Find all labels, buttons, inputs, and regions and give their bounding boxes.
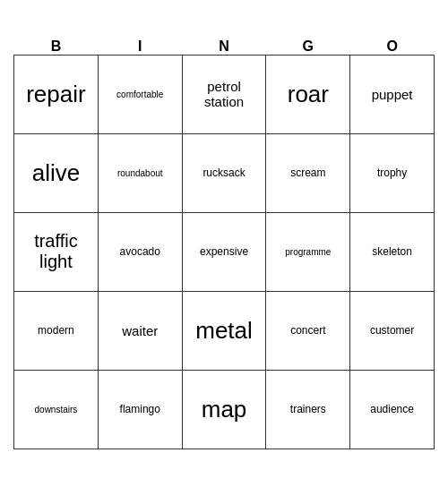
table-row: modernwaitermetalconcertcustomer	[14, 291, 435, 370]
cell-text: concert	[270, 324, 346, 337]
cell-text: map	[186, 396, 263, 423]
table-cell: alive	[14, 133, 99, 212]
cell-text: alive	[18, 159, 94, 187]
table-cell: skeleton	[350, 212, 435, 291]
table-cell: expensive	[182, 212, 266, 291]
cell-text: modern	[18, 324, 94, 337]
cell-text: puppet	[354, 87, 430, 102]
cell-text: trainers	[270, 403, 346, 415]
header-i: I	[98, 38, 182, 56]
cell-text: comfortable	[102, 90, 178, 99]
cell-text: petrol station	[186, 79, 263, 109]
cell-text: repair	[18, 81, 94, 108]
cell-text: skeleton	[354, 245, 430, 258]
table-row: traffic lightavocadoexpensiveprogrammesk…	[14, 212, 435, 291]
table-cell: flamingo	[98, 370, 182, 449]
table-cell: traffic light	[14, 212, 99, 291]
header-n: N	[182, 38, 266, 56]
cell-text: roundabout	[102, 168, 178, 178]
cell-text: roar	[270, 81, 346, 108]
cell-text: metal	[186, 317, 263, 345]
cell-text: rucksack	[186, 167, 263, 179]
table-cell: repair	[14, 55, 99, 133]
header-row: B I N G O	[14, 38, 435, 56]
table-cell: metal	[182, 291, 266, 370]
table-cell: map	[182, 370, 266, 449]
cell-text: trophy	[354, 167, 430, 179]
table-row: downstairsflamingomaptrainersaudience	[14, 370, 435, 449]
table-cell: programme	[266, 212, 350, 291]
bingo-card: B I N G O repaircomfortablepetrol statio…	[13, 38, 435, 449]
cell-text: expensive	[186, 245, 263, 258]
header-b: B	[14, 38, 99, 56]
table-cell: downstairs	[14, 370, 99, 449]
table-cell: concert	[266, 291, 350, 370]
cell-text: flamingo	[102, 403, 178, 415]
table-cell: audience	[350, 370, 435, 449]
table-cell: puppet	[350, 55, 435, 133]
cell-text: downstairs	[18, 405, 94, 414]
cell-text: traffic light	[18, 231, 94, 272]
table-row: repaircomfortablepetrol stationroarpuppe…	[14, 55, 435, 133]
cell-text: audience	[354, 403, 430, 415]
cell-text: scream	[270, 167, 346, 179]
header-o: O	[350, 38, 435, 56]
table-row: aliveroundaboutrucksackscreamtrophy	[14, 133, 435, 212]
cell-text: programme	[270, 247, 346, 257]
table-cell: petrol station	[182, 55, 266, 133]
table-cell: trainers	[266, 370, 350, 449]
header-g: G	[266, 38, 350, 56]
table-cell: waiter	[98, 291, 182, 370]
table-cell: rucksack	[182, 133, 266, 212]
cell-text: customer	[354, 324, 430, 337]
table-cell: avocado	[98, 212, 182, 291]
table-cell: trophy	[350, 133, 435, 212]
table-cell: roundabout	[98, 133, 182, 212]
cell-text: waiter	[102, 323, 178, 338]
table-cell: comfortable	[98, 55, 182, 133]
cell-text: avocado	[102, 245, 178, 258]
table-cell: scream	[266, 133, 350, 212]
table-cell: modern	[14, 291, 99, 370]
bingo-table: B I N G O repaircomfortablepetrol statio…	[13, 38, 435, 449]
table-cell: roar	[266, 55, 350, 133]
table-cell: customer	[350, 291, 435, 370]
